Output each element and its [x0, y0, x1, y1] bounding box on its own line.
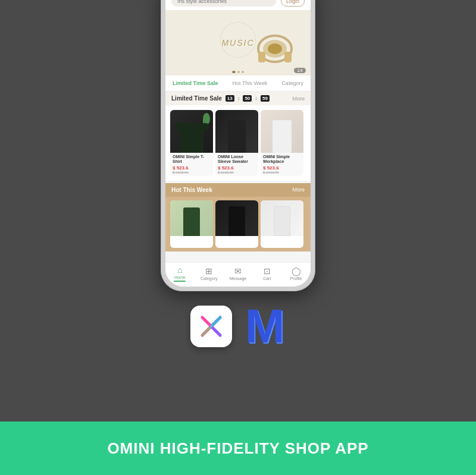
workplace-figure [273, 120, 292, 153]
tab-category[interactable]: Category [277, 79, 308, 87]
message-icon: ✉ [234, 266, 242, 276]
x-app-icon [190, 306, 232, 347]
m-logo-icon: M [245, 303, 285, 350]
nav-profile[interactable]: ◯ Profile [284, 266, 308, 281]
green-banner: OMINI HIGH-FIDELITY SHOP APP [0, 421, 476, 475]
product-img-2 [215, 110, 258, 153]
product-info-3: OMINI Simple Workplace $ 523.6 $ 1233.00 [261, 153, 303, 176]
app-content: Login MUSIC [165, 0, 311, 262]
nav-cart[interactable]: ⊡ Cart [255, 266, 279, 281]
dot-1 [232, 71, 236, 73]
product-price-3: $ 523.6 [263, 165, 301, 171]
banner-music-text: MUSIC [221, 38, 254, 48]
product-price-2: $ 523.6 [218, 165, 256, 171]
profile-icon: ◯ [292, 266, 301, 276]
timer-seconds: 59 [261, 95, 270, 102]
phone-shell: 9:41 ▾ [161, 0, 315, 291]
timer-minutes: 50 [243, 95, 252, 102]
svg-rect-1 [258, 52, 265, 62]
m-app-icon: M [244, 300, 286, 353]
app-banner-title: OMINI HIGH-FIDELITY SHOP APP [107, 439, 368, 458]
nav-category-label: Category [201, 276, 217, 281]
svg-point-4 [268, 43, 282, 54]
timer-hours: 13 [226, 95, 234, 102]
cart-icon: ⊡ [264, 266, 271, 276]
product-card-3[interactable]: OMINI Simple Workplace $ 523.6 $ 1233.00 [261, 110, 303, 176]
hot-img-1 [170, 200, 213, 236]
banner-indicator [232, 71, 244, 73]
dot-3 [242, 71, 244, 73]
nav-active-indicator [174, 281, 186, 282]
hot-card-3[interactable] [261, 200, 303, 248]
tshirt-figure [180, 123, 203, 153]
svg-rect-2 [284, 52, 292, 62]
banner: MUSIC 1/4 [165, 10, 311, 76]
nav-category[interactable]: ⊞ Category [197, 266, 221, 281]
category-icon: ⊞ [205, 266, 212, 276]
product-name-3: OMINI Simple Workplace [263, 155, 301, 165]
login-button[interactable]: Login [281, 0, 305, 7]
timer-colon-2: : [255, 96, 257, 101]
tab-hot-this-week[interactable]: Hot This Week [228, 79, 273, 87]
tab-limited-time-sale[interactable]: Limited Time Sale [168, 79, 223, 87]
limited-time-sale-section: Limited Time Sale 13 : 50 : 59 More [165, 92, 311, 181]
product-original-price-1: $ 1233.00 [173, 171, 211, 174]
bottom-branding-area: M [190, 300, 286, 353]
product-name-2: OMINI Loose Sleeve Sweater [218, 155, 256, 165]
hot-this-week-section: Hot This Week More [165, 183, 311, 251]
nav-message[interactable]: ✉ Message [226, 266, 250, 281]
product-original-price-3: $ 1233.00 [263, 171, 301, 174]
hot-this-week-title: Hot This Week [171, 187, 212, 193]
nav-home-label: Home [174, 275, 186, 279]
bottom-nav: ⌂ Home ⊞ Category ✉ Message ⊡ Cart ◯ [165, 262, 311, 287]
hot-card-2[interactable] [215, 200, 258, 248]
headphone-icon [251, 28, 299, 76]
limited-time-products: OMINI Simple T-Shirt $ 523.6 $ 1233.00 [165, 105, 311, 181]
product-card-2[interactable]: OMINI Loose Sleeve Sweater $ 523.6 $ 123… [215, 110, 258, 176]
search-bar: Login [165, 0, 311, 10]
dot-2 [237, 71, 240, 73]
timer-colon-1: : [238, 96, 240, 101]
sweater-figure [228, 120, 246, 153]
nav-cart-label: Cart [263, 276, 271, 281]
product-card-1[interactable]: OMINI Simple T-Shirt $ 523.6 $ 1233.00 [170, 110, 213, 176]
product-img-1 [170, 110, 213, 153]
product-price-1: $ 523.6 [173, 165, 211, 171]
hot-img-3 [261, 200, 303, 236]
x-logo-icon [196, 312, 226, 341]
nav-message-label: Message [230, 276, 246, 281]
nav-profile-label: Profile [290, 276, 302, 281]
hot-more-button[interactable]: More [292, 187, 305, 193]
product-original-price-2: $ 1233.00 [218, 171, 256, 174]
nav-tabs: Limited Time Sale Hot This Week Category [165, 76, 311, 92]
hot-card-1[interactable] [170, 200, 213, 248]
phone-screen: 9:41 ▾ [165, 0, 311, 287]
product-img-3 [261, 110, 303, 153]
hot-products-row [165, 197, 311, 251]
product-name-1: OMINI Simple T-Shirt [173, 155, 211, 165]
hot-this-week-header: Hot This Week More [165, 183, 311, 197]
product-info-2: OMINI Loose Sleeve Sweater $ 523.6 $ 123… [215, 153, 258, 176]
hot-img-2 [215, 200, 258, 236]
limited-time-more-button[interactable]: More [292, 96, 305, 102]
limited-time-sale-header: Limited Time Sale 13 : 50 : 59 More [165, 92, 311, 105]
search-input[interactable] [171, 0, 276, 7]
product-info-1: OMINI Simple T-Shirt $ 523.6 $ 1233.00 [170, 153, 213, 176]
nav-home[interactable]: ⌂ Home [168, 265, 192, 282]
limited-time-sale-title: Limited Time Sale [171, 95, 222, 102]
home-icon: ⌂ [177, 265, 182, 275]
